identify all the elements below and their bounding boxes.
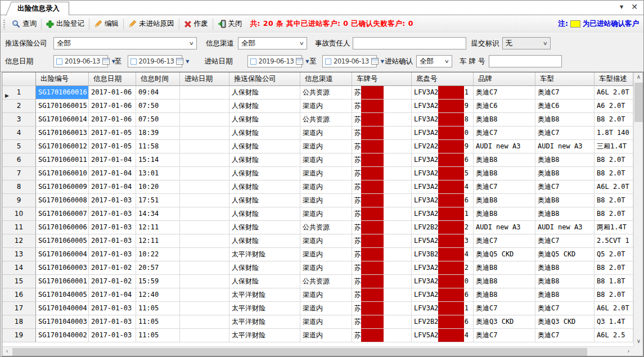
- query-button[interactable]: 查询: [8, 17, 40, 30]
- toolbar-grip[interactable]: [3, 19, 5, 29]
- cell[interactable]: 奥迪Q3 CKD: [535, 315, 595, 329]
- cell[interactable]: 12:11: [136, 234, 180, 248]
- column-header-9[interactable]: 品牌: [474, 73, 535, 86]
- cell-chassis-number[interactable]: LFV3A21: [412, 302, 474, 315]
- cell[interactable]: 14:34: [136, 207, 180, 221]
- cell-plate-number[interactable]: 苏: [352, 126, 412, 140]
- cell[interactable]: AUDI new A3: [474, 140, 535, 153]
- channel-combo[interactable]: 全部 ∨: [238, 37, 307, 49]
- cell-chassis-number[interactable]: LFV3A21: [412, 207, 474, 221]
- cell[interactable]: 13:01: [136, 167, 180, 180]
- cell[interactable]: [180, 126, 229, 140]
- cell[interactable]: 渠道内: [300, 167, 352, 180]
- row-header[interactable]: 4: [2, 126, 36, 140]
- cell[interactable]: 奥迪B8: [474, 288, 535, 302]
- table-row[interactable]: 2SG17010600152017-01-0607:50人保财险渠道内苏LFV3…: [2, 100, 633, 113]
- table-row[interactable]: 13SG17010600042017-01-0310:22太平洋财险渠道内苏LF…: [2, 248, 633, 261]
- cell[interactable]: 2017-01-03: [89, 248, 136, 261]
- row-header[interactable]: 7: [2, 167, 36, 180]
- cell-plate-number[interactable]: 苏: [352, 261, 412, 275]
- table-row[interactable]: 8SG17010600092017-01-0410:20人保财险渠道内苏LFV3…: [2, 180, 633, 194]
- cell[interactable]: 人保财险: [229, 153, 300, 167]
- table-row[interactable]: 19SG17010400022017-01-0311:05太平洋财险渠道内苏LF…: [2, 329, 633, 342]
- cell[interactable]: 奥迪B8: [535, 167, 595, 180]
- cell-plate-number[interactable]: 苏: [352, 234, 412, 248]
- cell[interactable]: 奥迪C7: [474, 86, 535, 100]
- cell-plate-number[interactable]: 苏: [352, 153, 412, 167]
- station-confirm-combo[interactable]: 全部 ∨: [416, 55, 452, 67]
- chevron-down-icon[interactable]: ▼: [305, 59, 309, 64]
- column-header-1[interactable]: 出险编号: [36, 73, 89, 86]
- row-header[interactable]: 1▶: [2, 86, 36, 100]
- cell[interactable]: 2017-01-05: [89, 140, 136, 153]
- table-row[interactable]: 10SG17010600072017-01-0314:34人保财险渠道内苏LFV…: [2, 207, 633, 221]
- cell-chassis-number[interactable]: LFV3A25: [412, 167, 474, 180]
- cell[interactable]: A6L 2.0T: [595, 86, 633, 100]
- cell[interactable]: 奥迪B8: [535, 207, 595, 221]
- submit-flag-combo[interactable]: 无 ∨: [502, 37, 551, 49]
- date-checkbox[interactable]: [325, 58, 331, 65]
- cell[interactable]: B8 1.8T: [595, 275, 633, 288]
- cell-plate-number[interactable]: 苏: [352, 275, 412, 288]
- cell[interactable]: 人保财险: [229, 100, 300, 113]
- station-date-to-picker[interactable]: 2019-06-13 ▼: [322, 55, 377, 67]
- column-header-10[interactable]: 车型: [535, 73, 595, 86]
- cell[interactable]: 2017-01-04: [89, 180, 136, 194]
- cell[interactable]: 太平洋财险: [229, 302, 300, 315]
- scroll-left-icon[interactable]: ‹: [2, 347, 12, 356]
- cell[interactable]: 奥迪B8: [535, 261, 595, 275]
- cell[interactable]: 20:57: [136, 261, 180, 275]
- edit-button[interactable]: 编辑: [91, 17, 122, 30]
- row-header[interactable]: 13: [2, 248, 36, 261]
- cell[interactable]: 2017-01-03: [89, 194, 136, 207]
- row-header[interactable]: 15: [2, 275, 36, 288]
- vertical-scroll-thumb[interactable]: [634, 83, 643, 122]
- cell[interactable]: B8 2.0T: [595, 194, 633, 207]
- cell[interactable]: [180, 100, 229, 113]
- column-header-3[interactable]: 信息时间: [136, 73, 180, 86]
- row-header[interactable]: 11: [2, 221, 36, 234]
- cell[interactable]: [180, 248, 229, 261]
- no-entry-reason-button[interactable]: 未进站原因: [125, 17, 178, 30]
- cell-plate-number[interactable]: 苏: [352, 329, 412, 342]
- cell[interactable]: AUDI new A3: [474, 221, 535, 234]
- cell[interactable]: 人保财险: [229, 140, 300, 153]
- cell-plate-number[interactable]: 苏: [352, 288, 412, 302]
- cell[interactable]: 17:51: [136, 194, 180, 207]
- cell[interactable]: B8 2.0T: [595, 167, 633, 180]
- close-button[interactable]: 关闭: [214, 17, 246, 30]
- cell-chassis-number[interactable]: LFV3A21: [412, 86, 474, 100]
- cell[interactable]: 渠道内: [300, 302, 352, 315]
- cell[interactable]: 09:04: [136, 86, 180, 100]
- cell-chassis-number[interactable]: LFV2B26: [412, 315, 474, 329]
- info-date-to-picker[interactable]: 2019-06-13 ▼: [128, 55, 182, 67]
- column-header-6[interactable]: 信息渠道: [300, 73, 352, 86]
- column-header-5[interactable]: 推送保险公司: [229, 73, 300, 86]
- cell[interactable]: 2017-01-03: [89, 234, 136, 248]
- cell-claim-number[interactable]: SG1701040004: [36, 302, 89, 315]
- date-checkbox[interactable]: [250, 58, 256, 65]
- cell[interactable]: 10:20: [136, 180, 180, 194]
- cell-chassis-number[interactable]: LFV3A26: [412, 194, 474, 207]
- row-header[interactable]: 17: [2, 302, 36, 315]
- cell[interactable]: [180, 180, 229, 194]
- cell[interactable]: 渠道内: [300, 329, 352, 342]
- cell[interactable]: 12:40: [136, 288, 180, 302]
- cell[interactable]: 2017-01-03: [89, 315, 136, 329]
- cell-claim-number[interactable]: SG1701060014: [36, 113, 89, 126]
- cell[interactable]: 公共资源: [300, 86, 352, 100]
- cell[interactable]: 人保财险: [229, 113, 300, 126]
- table-row[interactable]: 9SG17010600082017-01-0317:51人保财险渠道内苏LFV3…: [2, 194, 633, 207]
- cell[interactable]: 奥迪B8: [535, 194, 595, 207]
- table-row[interactable]: 17SG17010400042017-01-0311:05太平洋财险渠道内苏LF…: [2, 302, 633, 315]
- plate-input[interactable]: [489, 55, 562, 67]
- cell-chassis-number[interactable]: LFV3A22: [412, 261, 474, 275]
- cell-claim-number[interactable]: SG1701060007: [36, 207, 89, 221]
- cell-claim-number[interactable]: SG1701060016: [36, 86, 89, 100]
- row-header[interactable]: 6: [2, 153, 36, 167]
- cell[interactable]: 奥迪Q5 CKD: [535, 248, 595, 261]
- table-row[interactable]: 7SG17010600102017-01-0413:01人保财险渠道内苏LFV3…: [2, 167, 633, 180]
- chevron-down-icon[interactable]: ▼: [186, 59, 189, 64]
- cell-claim-number[interactable]: SG1701060006: [36, 221, 89, 234]
- row-header[interactable]: 18: [2, 315, 36, 329]
